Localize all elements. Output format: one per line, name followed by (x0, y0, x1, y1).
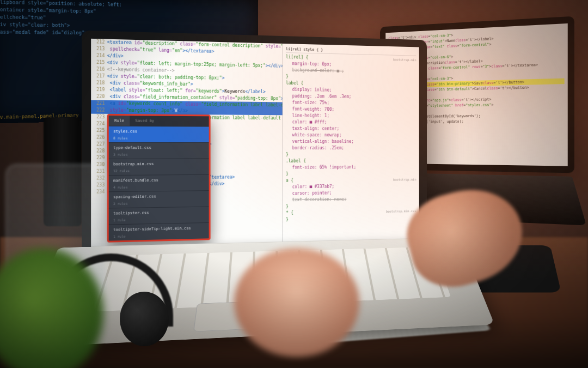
stylesheet-item[interactable]: type-default.css3 rules (109, 142, 209, 159)
css-property[interactable]: white-space: nowrap; (286, 132, 416, 138)
stylesheet-item[interactable]: styles.css8 rules (109, 126, 209, 142)
styles-panel[interactable]: li[rel] style { } li[rel] {bootstrap.min… (283, 44, 419, 242)
workspace-photo: paste the <textarea> _clipboard style="p… (0, 0, 588, 368)
stylesheet-picker-popup[interactable]: RuleSaved by styles.css8 rulestype-defau… (107, 114, 211, 243)
css-property[interactable]: vertical-align: baseline; (286, 138, 416, 145)
stylesheet-item[interactable]: manifest.bundle.css4 rules (109, 174, 209, 191)
stylesheet-item[interactable]: tooltipster.css1 rule (109, 207, 209, 225)
popup-tab[interactable]: Saved by (130, 116, 160, 126)
center-laptop-bezel: 212<textarea id="description" class="for… (82, 31, 427, 259)
css-rule-close: } (286, 152, 416, 158)
devtools-screen: 212<textarea id="description" class="for… (91, 39, 419, 246)
popup-tabs[interactable]: RuleSaved by (109, 116, 209, 126)
stylesheet-item[interactable]: spacing-editor.css2 rules (109, 190, 209, 208)
css-property[interactable]: border-radius: .25em; (286, 145, 416, 152)
stylesheet-item[interactable]: bootstrap.min.css12 rules (109, 158, 209, 175)
css-property[interactable]: text-align: center; (286, 125, 416, 132)
left-hand (234, 248, 359, 357)
popup-tab[interactable]: Rule (109, 116, 130, 126)
center-laptop: 212<textarea id="description" class="for… (82, 31, 427, 259)
elements-panel[interactable]: 212<textarea id="description" class="for… (91, 39, 283, 246)
